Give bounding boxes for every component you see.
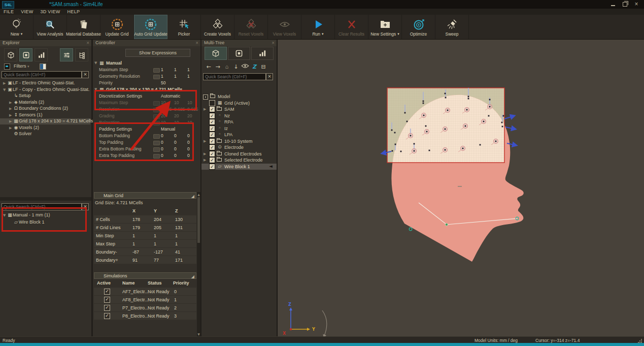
electrode-point[interactable] [423, 101, 424, 102]
toolbar-button-sweep[interactable]: Sweep [435, 15, 469, 39]
property-checkbox[interactable] [153, 108, 160, 112]
simulation-row-p7-electro-[interactable]: ✓P7_Electro...Not Ready2 [94, 304, 196, 311]
wire-mid-point[interactable] [446, 224, 448, 226]
electrode-point[interactable] [465, 125, 466, 127]
property-value[interactable]: 0 [161, 133, 173, 138]
property-value[interactable]: 0 [161, 146, 173, 151]
property-value[interactable]: 1 [161, 67, 173, 72]
electrode-point[interactable] [462, 148, 464, 149]
property-checkbox[interactable] [153, 154, 160, 159]
visibility-checkbox[interactable]: ✓ [209, 119, 215, 125]
property-row-maximum-step[interactable]: Maximum Step101010 [93, 100, 200, 106]
multitree-item-selected-electrode[interactable]: ▶✓Selected Electrode [201, 157, 277, 163]
simulation-row-af7-electr-[interactable]: ✓AF7_Electr...Not Ready0 [94, 288, 196, 295]
toolbar-button-create-voxels[interactable]: Create Voxels [201, 15, 234, 39]
property-value[interactable]: 0 [187, 146, 199, 151]
property-value[interactable]: 1 [174, 74, 186, 79]
property-value[interactable]: 0.625 [174, 107, 186, 112]
tree-item-wire-block-1[interactable]: ▱Wire Block 1 [0, 219, 90, 226]
electrode-point[interactable] [410, 135, 412, 137]
active-checkbox[interactable]: ✓ [104, 305, 110, 311]
model-view-icon[interactable] [4, 48, 17, 61]
active-checkbox[interactable]: ✓ [104, 289, 110, 295]
property-row-grading[interactable]: Grading202020 [93, 113, 200, 119]
down-icon[interactable]: ↓ [232, 63, 240, 71]
multitree-item-sam[interactable]: ▶✓SAM [201, 106, 277, 112]
expander-icon[interactable]: ▼ [94, 61, 97, 65]
property-group-manual[interactable]: ▼▦Manual [93, 60, 200, 67]
property-row-padding-settings[interactable]: Padding SettingsManual [93, 126, 200, 133]
visibility-checkbox[interactable]: ✓ [209, 164, 215, 170]
active-checkbox[interactable]: ✓ [104, 313, 110, 319]
simulations-section-header[interactable]: Simulations ◢ [94, 272, 196, 279]
tree-view-icon[interactable] [75, 48, 88, 61]
electrode-point[interactable] [400, 151, 402, 152]
tree-item-voxels-2-[interactable]: ▶◉Voxels (2) [0, 125, 90, 131]
explorer-lower-search-input[interactable] [2, 203, 82, 210]
multitree-search-input[interactable] [203, 73, 266, 80]
menu-item-3d-view[interactable]: 3D VIEW [37, 9, 63, 14]
multitree-item-model[interactable]: Model [201, 93, 277, 100]
property-row-bottom-padding[interactable]: Bottom Padding000 [93, 133, 200, 139]
property-value[interactable]: 1 [161, 74, 173, 79]
property-value[interactable]: 1 [187, 67, 199, 72]
expander-icon[interactable]: ▼ [94, 87, 97, 91]
explorer-close-icon[interactable]: × [86, 40, 89, 46]
main-grid-section-header[interactable]: Main Grid ◢ [94, 192, 196, 199]
settings-view-icon[interactable] [60, 48, 73, 61]
panel-splitter[interactable] [0, 197, 91, 201]
electrode-point[interactable] [426, 131, 428, 133]
property-value[interactable]: 20 [161, 113, 173, 118]
expander-icon[interactable]: ▶ [9, 113, 13, 117]
property-value[interactable]: 0 [174, 153, 186, 158]
property-value[interactable]: 0.625 [161, 107, 173, 112]
edge-marker[interactable] [409, 228, 412, 231]
property-value[interactable]: 10 [161, 120, 173, 125]
property-checkbox[interactable] [153, 114, 160, 119]
viewport-canvas[interactable]: Z Y X [278, 40, 644, 336]
resize-grip[interactable] [638, 339, 642, 342]
property-row-extra-bottom-padding[interactable]: Extra Bottom Padding000 [93, 146, 200, 152]
electrode-point[interactable] [488, 115, 490, 117]
expander-icon[interactable]: ▶ [9, 101, 13, 105]
forward-icon[interactable]: → [214, 63, 222, 71]
electrode-point[interactable] [445, 97, 447, 99]
multitree-item-electrode[interactable]: ✓⊙Electrode [201, 144, 277, 150]
property-value[interactable]: 0.625 [187, 107, 199, 112]
property-checkbox[interactable] [153, 121, 160, 125]
menu-item-file[interactable]: FILE [0, 9, 17, 14]
property-checkbox[interactable] [153, 68, 160, 73]
property-row-top-padding[interactable]: Top Padding000 [93, 139, 200, 146]
property-checkbox[interactable] [153, 134, 160, 139]
multitree-item-cloned-electrodes[interactable]: ▶✓Cloned Electrodes [201, 151, 277, 157]
back-icon[interactable]: ← [205, 63, 213, 71]
visibility-checkbox[interactable]: ✓ [209, 138, 215, 144]
scroll-down-icon[interactable]: ▼ [197, 332, 200, 336]
property-row-resolution[interactable]: Resolution0.6250.6250.625 [93, 106, 200, 113]
collapse-all-icon[interactable]: ⊟ [259, 63, 267, 71]
zoom-selection-icon[interactable]: Z [250, 63, 258, 71]
explorer-search-input[interactable] [2, 71, 82, 78]
multitree-item-iz[interactable]: ✓◦Iz [201, 125, 277, 132]
controller-close-icon[interactable]: × [195, 40, 198, 46]
voxel-tree-button[interactable] [228, 47, 250, 60]
expander-icon[interactable]: ▶ [204, 107, 206, 111]
property-value[interactable]: 10 [187, 120, 199, 125]
electrode-point[interactable] [395, 144, 396, 145]
visibility-checkbox[interactable]: ✓ [209, 151, 215, 157]
scrollbar-thumb[interactable] [197, 197, 200, 243]
toolbar-button-new-settings[interactable]: New Settings▾ [368, 15, 402, 39]
filters-dropdown[interactable]: Filters ▾ [14, 64, 29, 69]
scroll-up-icon[interactable]: ▲ [197, 193, 200, 196]
property-value[interactable]: 0 [174, 133, 186, 138]
property-group-grid-178-x-204-x-130-4-721-mcells[interactable]: ▼▦Grid 178 x 204 x 130 = 4.721 MCells [93, 86, 200, 93]
tree-item-materials-2-[interactable]: ▶◈Materials (2) [0, 100, 90, 106]
property-value[interactable]: 10 [174, 100, 186, 105]
expander-icon[interactable]: ▶ [9, 126, 13, 130]
property-value[interactable]: 0 [161, 153, 173, 158]
tree-item-setup[interactable]: ↳Setup [0, 93, 90, 99]
electrode-point[interactable] [429, 150, 430, 151]
electrode-point[interactable] [423, 115, 425, 116]
property-value[interactable]: Manual [161, 127, 191, 132]
close-window-button[interactable]: × [632, 2, 641, 7]
